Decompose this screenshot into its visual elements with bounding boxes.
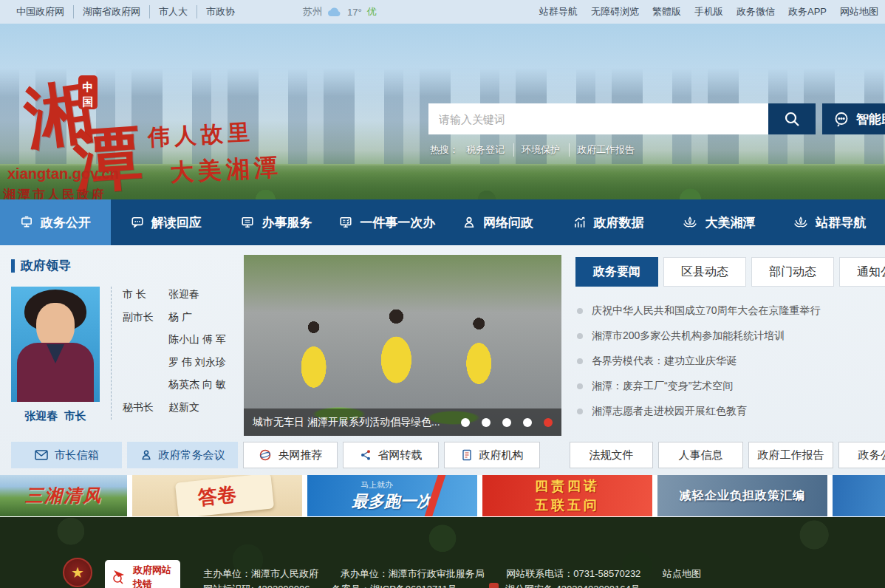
leader-photo-caption[interactable]: 张迎春 市长 xyxy=(11,409,100,423)
link-china-gov[interactable]: 中国政府网 xyxy=(7,5,74,18)
carousel-dot[interactable] xyxy=(523,418,532,427)
logo-url: xiangtan.gov.cn xyxy=(7,165,119,182)
footer-sitemap-link[interactable]: 站点地图 xyxy=(663,568,701,579)
news-item[interactable]: 湘潭志愿者走进校园开展红色教育 xyxy=(577,399,880,424)
banner-partial[interactable] xyxy=(833,475,885,516)
personnel-info-button[interactable]: 人事信息 xyxy=(658,442,743,468)
carousel-dot-active[interactable] xyxy=(544,418,553,427)
nav-item-interpretation[interactable]: 解读回应 xyxy=(111,199,222,245)
tab-gov-news[interactable]: 政务要闻 xyxy=(575,257,658,287)
leader-row[interactable]: 秘书长赵新文 xyxy=(123,401,241,414)
nav-item-beautiful-xiangtan[interactable]: 大美湘潭 xyxy=(664,199,775,245)
banner-strip: 三湘清风 答卷 马上就办最多跑一次 四责四诺五联五问 减轻企业负担政策汇编 xyxy=(0,475,885,516)
news-item[interactable]: 湘潭：废弃工厂“变身”艺术空间 xyxy=(577,374,880,399)
envelope-icon xyxy=(35,450,48,460)
banner-dajuan[interactable]: 答卷 xyxy=(132,475,302,516)
hot-search-work-report[interactable]: 政府工作报告 xyxy=(577,143,643,157)
hot-search-environment[interactable]: 环境保护 xyxy=(522,143,570,157)
news-item-title: 湘潭市200多家公共机构参加能耗统计培训 xyxy=(592,329,785,343)
carousel-dot[interactable] xyxy=(482,418,491,427)
lotus-icon xyxy=(683,216,697,229)
document-icon xyxy=(461,449,473,461)
leader-row[interactable]: 陈小山 傅 军 xyxy=(123,333,241,346)
nav-label: 网络问政 xyxy=(483,214,533,231)
banner-reduce-burden[interactable]: 减轻企业负担政策汇编 xyxy=(657,475,827,516)
regulations-button[interactable]: 法规文件 xyxy=(570,442,653,468)
utility-links: 站群导航 无障碍浏览 繁體版 手机版 政务微信 政务APP 网站地图 xyxy=(533,5,885,18)
smart-assistant-label: 智能助手 xyxy=(856,111,885,128)
footer-site-id: 网站标识码: 4303000006 xyxy=(203,584,310,588)
executive-meeting-button[interactable]: 政府常务会议 xyxy=(127,442,238,468)
smart-assistant-button[interactable]: 智能助手 xyxy=(822,103,885,134)
main-content: 政府领导 张迎春 市长 市 长张迎春 副市长杨 广 陈小山 傅 军 罗 伟 刘永… xyxy=(0,245,885,475)
site-logo[interactable]: 湘 潭 中国 xiangtan.gov.cn 湘潭市人民政府 伟人故里 大美湘潭 xyxy=(25,75,143,194)
mayor-mailbox-button[interactable]: 市长信箱 xyxy=(11,442,122,468)
link-city-npc[interactable]: 市人大 xyxy=(150,5,197,18)
leader-list: 市 长张迎春 副市长杨 广 陈小山 傅 军 罗 伟 刘永珍 杨英杰 向 敏 秘书… xyxy=(123,288,241,423)
nav-item-gov-data[interactable]: 政府数据 xyxy=(553,199,664,245)
hot-search-label: 热搜： xyxy=(430,143,459,157)
search-button[interactable] xyxy=(768,103,816,134)
leader-row[interactable]: 罗 伟 刘永珍 xyxy=(123,356,241,369)
central-web-picks-button[interactable]: 央网推荐 xyxy=(243,442,338,468)
tab-district-news[interactable]: 区县动态 xyxy=(663,257,746,287)
hot-search-tax[interactable]: 税务登记 xyxy=(466,143,514,157)
nav-item-site-group-nav[interactable]: 站群导航 xyxy=(774,199,885,245)
quick-link-label: 省网转载 xyxy=(378,448,423,462)
carousel-caption-text[interactable]: 城市无车日 湘潭开展系列活动倡导绿色... xyxy=(253,416,440,429)
link-traditional-chinese[interactable]: 繁體版 xyxy=(652,5,681,18)
news-item-title: 各界劳模代表：建功立业庆华诞 xyxy=(592,355,737,368)
leader-role-label xyxy=(123,333,168,346)
leader-names: 张迎春 xyxy=(168,288,199,301)
news-item[interactable]: 各界劳模代表：建功立业庆华诞 xyxy=(577,349,880,374)
link-site-group-nav[interactable]: 站群导航 xyxy=(539,5,578,18)
leader-photo[interactable] xyxy=(11,287,100,402)
bullet-icon xyxy=(577,308,583,314)
carousel-caption-bar: 城市无车日 湘潭开展系列活动倡导绿色... xyxy=(244,408,561,436)
leader-row[interactable]: 市 长张迎春 xyxy=(123,288,241,301)
banner-line1: 四责四诺 xyxy=(535,477,600,495)
nav-item-services[interactable]: 办事服务 xyxy=(222,199,332,245)
news-item-title: 庆祝中华人民共和国成立70周年大会在京隆重举行 xyxy=(592,304,821,318)
banner-four-duties[interactable]: 四责四诺五联五问 xyxy=(482,475,652,516)
gov-agencies-button[interactable]: 政府机构 xyxy=(444,442,540,468)
leader-names: 罗 伟 刘永珍 xyxy=(168,356,226,369)
link-gov-app[interactable]: 政务APP xyxy=(788,5,827,18)
link-gov-wechat[interactable]: 政务微信 xyxy=(737,5,775,18)
banner-sanxiang-qingfeng[interactable]: 三湘清风 xyxy=(0,475,127,516)
gov-openness-button[interactable]: 政务公开 xyxy=(838,442,885,468)
banner-run-once[interactable]: 马上就办最多跑一次 xyxy=(307,475,477,516)
leader-row[interactable]: 副市长杨 广 xyxy=(123,311,241,324)
chat-icon xyxy=(131,216,144,229)
carousel-dot[interactable] xyxy=(502,418,511,427)
flag-magnifier-icon xyxy=(111,568,129,586)
carousel-dot[interactable] xyxy=(461,418,470,427)
top-bar: 中国政府网 湖南省政府网 市人大 市政协 苏州 17° 优 站群导航 无障碍浏览… xyxy=(0,0,885,24)
link-sitemap[interactable]: 网站地图 xyxy=(840,5,878,18)
link-accessibility[interactable]: 无障碍浏览 xyxy=(591,5,639,18)
provincial-repost-button[interactable]: 省网转载 xyxy=(343,442,439,468)
leader-row[interactable]: 杨英杰 向 敏 xyxy=(123,378,241,392)
tab-department-news[interactable]: 部门动态 xyxy=(751,257,834,287)
site-error-report-badge[interactable]: 政府网站 找错 xyxy=(105,560,180,588)
news-item[interactable]: 湘潭市200多家公共机构参加能耗统计培训 xyxy=(577,324,880,349)
bullet-icon xyxy=(577,358,583,364)
news-carousel[interactable]: 城市无车日 湘潭开展系列活动倡导绿色... xyxy=(244,255,561,436)
hero-banner: 湘 潭 中国 xiangtan.gov.cn 湘潭市人民政府 伟人故里 大美湘潭… xyxy=(0,24,885,199)
banner-line2: 五联五问 xyxy=(535,496,600,514)
tab-notices[interactable]: 通知公告 xyxy=(839,257,885,287)
nav-item-gov-info[interactable]: 政务公开 xyxy=(0,199,111,245)
search-input[interactable] xyxy=(428,103,768,134)
quick-link-label: 市长信箱 xyxy=(55,448,99,462)
link-city-cppcc[interactable]: 市政协 xyxy=(197,5,244,18)
nav-item-online-politics[interactable]: 网络问政 xyxy=(442,199,553,245)
news-item[interactable]: 庆祝中华人民共和国成立70周年大会在京隆重举行 xyxy=(577,298,880,324)
national-emblem-icon[interactable]: ★ xyxy=(63,558,92,587)
footer-line1: 主办单位：湘潭市人民政府 承办单位：湘潭市行政审批服务局 网站联系电话：0731… xyxy=(203,566,868,581)
work-report-button[interactable]: 政府工作报告 xyxy=(748,442,833,468)
nav-item-one-thing-once[interactable]: 一件事一次办 xyxy=(332,199,442,245)
link-hunan-gov[interactable]: 湖南省政府网 xyxy=(74,5,150,18)
link-mobile-version[interactable]: 手机版 xyxy=(694,5,723,18)
quick-link-label: 政务公开 xyxy=(858,448,885,462)
chart-icon xyxy=(573,216,587,229)
